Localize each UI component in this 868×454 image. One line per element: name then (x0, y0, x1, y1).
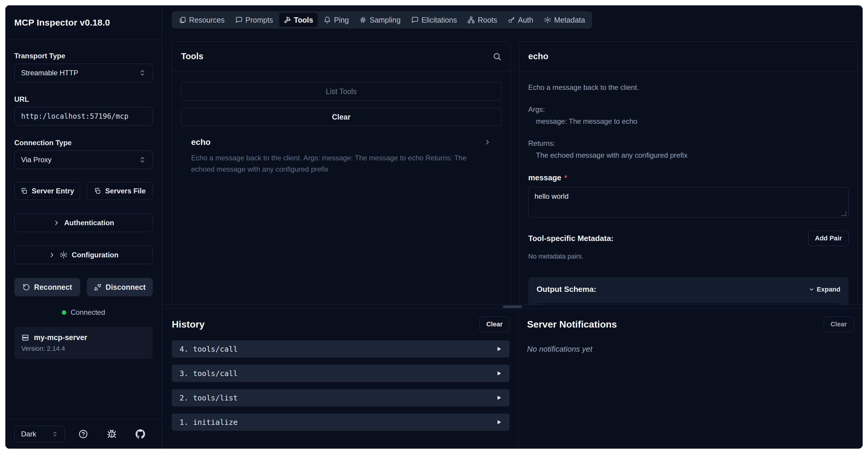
tab-label: Resources (189, 16, 225, 24)
args-label: Args: (528, 105, 849, 114)
server-version: Version: 2.14.4 (22, 345, 146, 352)
transport-type-value: Streamable HTTP (21, 69, 78, 77)
history-item[interactable]: 2. tools/list (172, 389, 509, 406)
returns-label: Returns: (528, 139, 849, 147)
tab-prompts[interactable]: Prompts (231, 13, 278, 27)
tab-elicitations[interactable]: Elicitations (407, 13, 462, 27)
history-item[interactable]: 4. tools/call (172, 340, 509, 358)
tabbar: Resources Prompts Tools Ping (172, 11, 592, 29)
resize-grip-icon[interactable] (841, 211, 846, 216)
clear-history-button[interactable]: Clear (479, 316, 509, 332)
transport-type-label: Transport Type (14, 52, 153, 60)
tab-sampling[interactable]: Sampling (354, 13, 405, 27)
help-circle-icon[interactable] (79, 429, 88, 439)
add-pair-button[interactable]: Add Pair (808, 231, 849, 246)
reconnect-button[interactable]: Reconnect (14, 278, 80, 296)
message-field[interactable]: hello world (528, 187, 849, 218)
history-item-label: 3. tools/call (180, 369, 238, 378)
bug-icon[interactable] (107, 429, 117, 439)
history-item-label: 2. tools/list (180, 394, 238, 402)
theme-value: Dark (21, 430, 36, 438)
copy-icon (21, 188, 28, 195)
list-tools-button[interactable]: List Tools (181, 82, 501, 101)
play-icon (496, 419, 502, 425)
mcp-inspector-window: MCP Inspector v0.18.0 Transport Type Str… (5, 5, 863, 449)
history-item[interactable]: 3. tools/call (172, 365, 509, 382)
chevrons-up-down-icon (52, 431, 58, 437)
expand-schema-button[interactable]: Expand (809, 286, 840, 293)
tools-panel-title: Tools (181, 52, 203, 61)
server-entry-label: Server Entry (32, 187, 74, 195)
tab-label: Prompts (246, 16, 273, 24)
theme-select[interactable]: Dark (14, 426, 65, 443)
splitter-grip-icon[interactable] (503, 306, 522, 308)
metadata-label: Tool-specific Metadata: (528, 234, 614, 243)
server-icon (22, 334, 29, 342)
github-icon[interactable] (135, 429, 145, 439)
horizontal-splitter[interactable] (162, 305, 863, 309)
no-metadata-text: No metadata pairs. (528, 253, 849, 260)
message-square-icon (411, 17, 418, 24)
output-schema-card: Output Schema: Expand { (528, 277, 849, 305)
key-icon (508, 17, 515, 24)
tabbar-wrap: Resources Prompts Tools Ping (162, 5, 863, 29)
network-icon (468, 17, 475, 24)
tab-label: Roots (478, 16, 497, 24)
server-name: my-mcp-server (34, 333, 87, 342)
server-entry-button[interactable]: Server Entry (14, 182, 80, 200)
configuration-toggle[interactable]: Configuration (14, 246, 153, 264)
files-icon (179, 17, 186, 24)
tab-auth[interactable]: Auth (503, 13, 538, 27)
expand-label: Expand (817, 286, 840, 293)
connection-type-value: Via Proxy (21, 155, 52, 164)
transport-type-select[interactable]: Streamable HTTP (14, 64, 153, 82)
history-item[interactable]: 1. initialize (172, 414, 509, 431)
tool-detail-header: echo (519, 41, 858, 72)
play-icon (496, 395, 502, 401)
connection-type-label: Connection Type (14, 139, 153, 147)
tool-item-name: echo (191, 138, 211, 147)
tab-metadata[interactable]: Metadata (539, 13, 590, 27)
connection-type-select[interactable]: Via Proxy (14, 150, 153, 169)
main-area: Resources Prompts Tools Ping (162, 5, 863, 449)
history-item-label: 4. tools/call (180, 345, 238, 353)
servers-file-button[interactable]: Servers File (87, 182, 153, 200)
disconnect-button[interactable]: Disconnect (87, 278, 153, 296)
server-buttons-row: Server Entry Servers File (14, 182, 153, 200)
server-notifications-panel: Server Notifications Clear No notificati… (518, 309, 863, 449)
sidebar: MCP Inspector v0.18.0 Transport Type Str… (5, 5, 162, 449)
history-item-label: 1. initialize (180, 418, 238, 427)
tab-label: Metadata (554, 16, 585, 24)
notifications-title: Server Notifications (527, 319, 617, 330)
tool-detail-panel: echo Echo a message back to the client. … (519, 41, 858, 305)
search-icon[interactable] (493, 52, 501, 61)
play-icon (496, 346, 502, 352)
url-label: URL (14, 95, 153, 104)
connection-buttons-row: Reconnect Disconnect (14, 278, 153, 296)
chevron-right-icon (53, 219, 60, 226)
tool-list-item-echo[interactable]: echo Echo a message back to the client. … (181, 138, 501, 175)
tab-resources[interactable]: Resources (174, 13, 229, 27)
sidebar-header: MCP Inspector v0.18.0 (5, 5, 162, 40)
authentication-toggle[interactable]: Authentication (14, 214, 153, 232)
tab-roots[interactable]: Roots (463, 13, 502, 27)
clear-tools-button[interactable]: Clear (181, 108, 501, 126)
tools-panel-header: Tools (172, 41, 510, 72)
servers-file-label: Servers File (105, 187, 146, 195)
url-input[interactable] (14, 107, 153, 125)
tab-ping[interactable]: Ping (319, 13, 353, 27)
chevrons-up-down-icon (139, 156, 146, 163)
metadata-row: Tool-specific Metadata: Add Pair (528, 231, 849, 246)
tool-detail-body: Echo a message back to the client. Args:… (519, 72, 858, 305)
clear-notifications-button[interactable]: Clear (824, 316, 854, 332)
required-asterisk: * (564, 174, 567, 182)
unplug-icon (94, 284, 101, 291)
tools-panel-body: List Tools Clear echo Echo a message bac… (172, 72, 510, 175)
play-icon (496, 370, 502, 376)
tab-label: Ping (334, 16, 349, 24)
message-square-icon (236, 17, 243, 24)
upper-panels: Tools List Tools Clear echo Echo a messa… (162, 29, 863, 305)
copy-icon (94, 188, 101, 195)
history-list: 4. tools/call 3. tools/call 2. tools/lis… (172, 340, 509, 431)
tab-tools[interactable]: Tools (279, 13, 318, 27)
